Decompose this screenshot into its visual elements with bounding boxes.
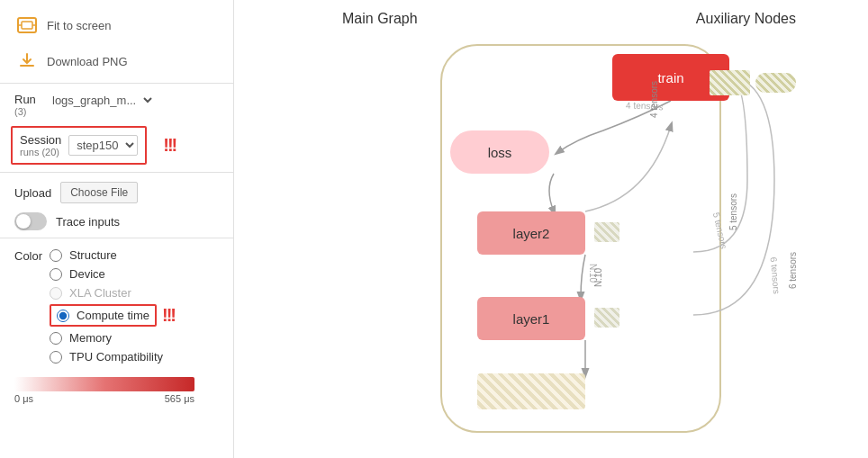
download-png-row: Download PNG	[0, 43, 233, 79]
color-memory-row: Memory	[50, 328, 175, 347]
run-select[interactable]: logs_graph_m...	[49, 93, 155, 108]
session-select[interactable]: step150 step100 step50	[68, 135, 138, 156]
color-structure-radio[interactable]	[50, 249, 62, 262]
toggle-knob	[16, 214, 31, 229]
mini-box-layer2	[594, 222, 619, 242]
fit-to-screen-row: Fit to screen	[0, 7, 233, 43]
mini-box-layer1	[594, 308, 619, 328]
graph-canvas[interactable]: 4 tensors 5 tensors 6 tensors N:10 train…	[234, 0, 868, 458]
color-section-label: Color	[14, 246, 42, 263]
edge-label-4tensors: 4 tensors	[649, 81, 659, 118]
color-tpu-label: TPU Compatibility	[69, 350, 163, 364]
gradient-bar-section: 0 μs 565 μs	[0, 370, 233, 408]
color-xla-label: XLA Cluster	[69, 286, 131, 300]
color-tpu-row: TPU Compatibility	[50, 347, 175, 366]
run-count: (3)	[14, 106, 41, 117]
svg-text:5 tensors: 5 tensors	[711, 211, 729, 250]
color-structure-row: Structure	[50, 246, 175, 265]
color-xla-radio	[50, 287, 62, 300]
color-memory-label: Memory	[69, 331, 112, 345]
download-icon	[14, 49, 40, 74]
aux-node[interactable]	[710, 70, 796, 95]
main-content: Main Graph Auxiliary Nodes	[234, 0, 868, 458]
aux-shape-left	[710, 70, 750, 95]
color-structure-label: Structure	[69, 248, 117, 262]
trace-inputs-row: Trace inputs	[0, 209, 233, 234]
color-compute-row: Compute time	[50, 304, 157, 327]
session-label: Session	[20, 133, 61, 147]
upload-row: Upload Choose File	[0, 176, 233, 209]
svg-rect-1	[22, 22, 32, 29]
color-compute-radio[interactable]	[57, 310, 69, 322]
color-device-label: Device	[69, 267, 105, 281]
run-row: Run (3) logs_graph_m...	[0, 87, 233, 122]
edge-label-n10: N:10	[593, 268, 603, 287]
color-device-row: Device	[50, 265, 175, 283]
download-png-label[interactable]: Download PNG	[47, 55, 128, 68]
session-warning-icon: !!!	[163, 135, 176, 156]
trace-inputs-label: Trace inputs	[56, 215, 120, 229]
node-layer2[interactable]: layer2	[477, 211, 585, 255]
color-tpu-radio[interactable]	[50, 351, 62, 364]
color-memory-radio[interactable]	[50, 332, 62, 345]
gradient-bar	[14, 377, 194, 391]
node-bottom-box[interactable]	[477, 373, 585, 409]
color-device-radio[interactable]	[50, 268, 62, 281]
node-layer1[interactable]: layer1	[477, 297, 585, 340]
trace-inputs-toggle[interactable]	[14, 212, 47, 230]
fit-to-screen-icon	[14, 13, 40, 38]
choose-file-button[interactable]: Choose File	[60, 182, 138, 203]
sidebar: Fit to screen Download PNG Run (3) logs_…	[0, 0, 234, 458]
svg-text:6 tensors: 6 tensors	[769, 256, 782, 294]
node-loss[interactable]: loss	[450, 130, 549, 174]
edge-label-5tensors: 5 tensors	[728, 193, 738, 230]
color-xla-row: XLA Cluster	[50, 283, 175, 302]
compute-warning-icon: !!!	[162, 305, 175, 326]
gradient-min-label: 0 μs	[14, 393, 33, 404]
session-runs-label: runs (20)	[20, 147, 61, 157]
gradient-labels: 0 μs 565 μs	[14, 393, 194, 404]
aux-shape-right	[755, 73, 796, 93]
gradient-max-label: 565 μs	[165, 393, 194, 404]
session-row: Session runs (20) step150 step100 step50	[11, 126, 147, 165]
upload-label: Upload	[14, 186, 51, 200]
fit-to-screen-label[interactable]: Fit to screen	[47, 19, 112, 32]
color-compute-label: Compute time	[77, 309, 149, 322]
run-label: Run	[14, 93, 41, 106]
edge-label-6tensors: 6 tensors	[788, 252, 798, 289]
